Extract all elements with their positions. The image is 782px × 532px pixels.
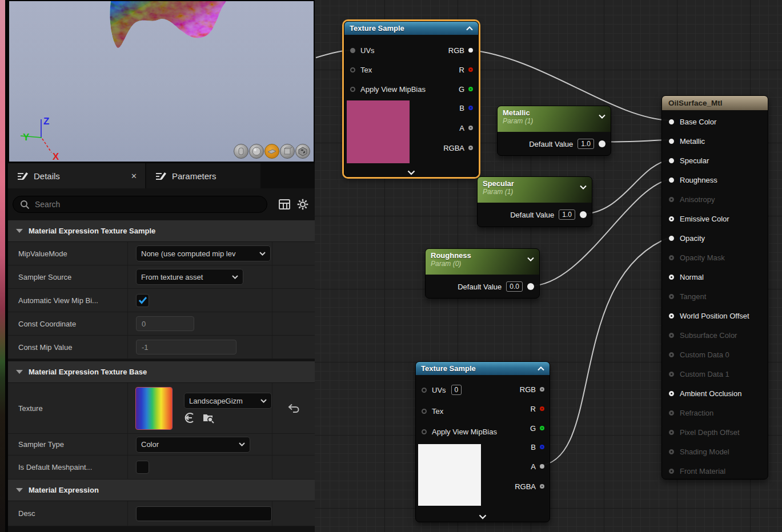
pin-normal[interactable]: Normal [669, 270, 704, 284]
settings-gear-icon[interactable] [296, 198, 309, 211]
reset-to-default-icon[interactable] [287, 403, 300, 413]
pin-world-position-offset[interactable]: World Position Offset [669, 309, 749, 323]
close-icon[interactable]: ✕ [131, 172, 137, 180]
use-selected-asset-icon[interactable] [184, 412, 195, 424]
sampler-source-label: Sampler Source [8, 265, 128, 288]
const-mip-value-input[interactable]: -1 [136, 340, 236, 354]
collapse-icon[interactable] [466, 26, 473, 31]
pin-emissive-color[interactable]: Emissive Color [669, 212, 729, 225]
tab-parameters[interactable]: Parameters [146, 163, 260, 188]
pin-g[interactable] [468, 87, 473, 91]
browse-to-asset-icon[interactable] [202, 412, 215, 424]
preview-mesh [101, 1, 238, 55]
row-automatic-view-mip-bias: Automatic View Mip Bi... [8, 289, 315, 312]
left-edge-strip [0, 0, 5, 532]
pin-tangent[interactable]: Tangent [669, 289, 706, 303]
pin-front-material[interactable]: Front Material [669, 464, 725, 478]
node-texture-sample-top[interactable]: Texture Sample UVs Tex Apply View MipBia… [344, 21, 479, 177]
pin-r[interactable] [540, 406, 544, 411]
mip-value-mode-dropdown[interactable]: None (use computed mip lev [136, 245, 271, 261]
pin-shading-model[interactable]: Shading Model [669, 445, 729, 458]
pin-apply-view-mipbias[interactable] [422, 429, 427, 434]
pin-rgb[interactable] [468, 48, 473, 53]
tab-parameters-label: Parameters [172, 171, 216, 181]
texture-thumbnail[interactable] [136, 388, 172, 429]
pin-base-color[interactable]: Base Color [669, 115, 716, 128]
pin-pixel-depth-offset[interactable]: Pixel Depth Offset [669, 425, 740, 439]
pin-uvs[interactable] [350, 48, 355, 53]
automatic-view-mip-checkbox[interactable] [136, 294, 149, 307]
node-subtitle: Param (1) [503, 117, 605, 125]
axis-z-label: Z [43, 116, 49, 127]
pin-rgb[interactable] [540, 387, 544, 392]
chevron-down-icon[interactable] [580, 185, 587, 190]
default-value-input[interactable]: 1.0 [559, 209, 575, 220]
preview-shape-plane-button[interactable] [264, 144, 279, 159]
wire-alpha-to-opacity[interactable] [538, 237, 671, 466]
texture-asset-dropdown[interactable]: LandscapeGizm [184, 393, 272, 409]
pin-subsurface-color[interactable]: Subsurface Color [669, 328, 737, 342]
pin-apply-view-mipbias[interactable] [350, 87, 355, 92]
display-filter-icon[interactable] [278, 199, 291, 210]
expand-icon[interactable] [407, 170, 415, 175]
sampler-type-dropdown[interactable]: Color [136, 437, 250, 453]
default-value-input[interactable]: 0.0 [506, 281, 523, 292]
chevron-down-icon[interactable] [527, 257, 534, 261]
axis-x-label: X [53, 151, 59, 162]
pin-tex[interactable] [350, 67, 355, 72]
pin-rgba[interactable] [468, 146, 473, 150]
pin-b[interactable] [540, 445, 544, 449]
pin-refraction[interactable]: Refraction [669, 406, 713, 420]
pin-tex[interactable] [422, 409, 427, 414]
node-metallic-param[interactable]: Metallic Param (1) Default Value 1.0 [497, 106, 611, 156]
pin-r[interactable] [468, 67, 473, 72]
const-coordinate-input[interactable]: 0 [136, 316, 194, 331]
pin-custom-data-0[interactable]: Custom Data 0 [669, 348, 729, 361]
chevron-down-icon [232, 275, 238, 279]
pin-custom-data-1[interactable]: Custom Data 1 [669, 367, 729, 381]
default-value-input[interactable]: 1.0 [578, 139, 594, 149]
pin-param-output[interactable] [580, 211, 587, 218]
uvs-value-input[interactable]: 0 [451, 385, 462, 395]
pin-opacity[interactable]: Opacity [669, 231, 705, 245]
preview-shape-sphere-button[interactable] [249, 144, 264, 159]
preview-shape-cylinder-button[interactable] [234, 144, 248, 159]
pin-a[interactable] [468, 126, 473, 130]
details-tabbar: Details ✕ Parameters [8, 163, 315, 188]
pin-anisotropy[interactable]: Anisotropy [669, 192, 715, 206]
sampler-source-dropdown[interactable]: From texture asset [136, 269, 243, 285]
details-icon [16, 170, 29, 182]
preview-viewport[interactable]: Z Y X [8, 0, 315, 163]
pin-specular[interactable]: Specular [669, 154, 709, 167]
node-specular-param[interactable]: Specular Param (1) Default Value 1.0 [477, 176, 592, 227]
pin-param-output[interactable] [527, 283, 534, 290]
is-default-meshpaint-checkbox[interactable] [136, 461, 149, 474]
expand-icon[interactable] [479, 514, 487, 519]
section-header-material-expression[interactable]: Material Expression [8, 479, 315, 501]
preview-shape-cube-button[interactable] [280, 144, 295, 159]
pin-ambient-occlusion[interactable]: Ambient Occlusion [669, 386, 741, 400]
section-header-texture-base[interactable]: Material Expression Texture Base [8, 361, 315, 383]
pin-b[interactable] [468, 106, 473, 110]
collapse-icon[interactable] [538, 366, 544, 371]
node-material-result[interactable]: OilSurface_Mtl Base Color Metallic Specu… [661, 95, 768, 479]
tab-details[interactable]: Details ✕ [8, 163, 145, 188]
pin-g[interactable] [540, 426, 544, 430]
collapse-arrow-icon [16, 229, 23, 233]
node-roughness-param[interactable]: Roughness Param (0) Default Value 0.0 [425, 248, 540, 299]
wire-specular[interactable] [580, 160, 671, 214]
pin-uvs[interactable] [422, 388, 427, 393]
pin-opacity-mask[interactable]: Opacity Mask [669, 251, 725, 264]
section-header-texture-sample[interactable]: Material Expression Texture Sample [8, 220, 315, 242]
node-texture-sample-bottom[interactable]: Texture Sample UVs0 Tex Apply View MipBi… [415, 361, 550, 522]
pin-rgba[interactable] [540, 484, 544, 489]
pin-metallic[interactable]: Metallic [669, 134, 705, 148]
pin-roughness[interactable]: Roughness [669, 173, 717, 187]
desc-input[interactable] [136, 506, 272, 521]
search-input[interactable]: Search [13, 196, 267, 213]
pin-param-output[interactable] [599, 140, 605, 147]
preview-shape-custom-mesh-button[interactable] [295, 144, 310, 159]
chevron-down-icon[interactable] [599, 114, 605, 119]
pin-a[interactable] [540, 464, 544, 469]
material-node-graph[interactable]: Texture Sample UVs Tex Apply View MipBia… [315, 0, 782, 532]
